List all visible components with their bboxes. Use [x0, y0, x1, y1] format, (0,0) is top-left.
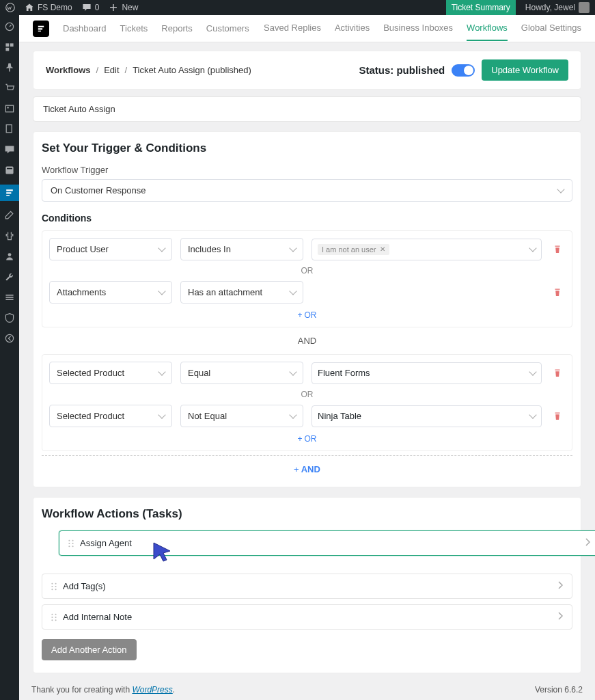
comments-icon[interactable]	[3, 144, 16, 156]
chevron-down-icon	[557, 185, 564, 193]
avatar	[579, 2, 590, 13]
condition-operator-select[interactable]: Equal	[180, 362, 303, 384]
app-logo[interactable]	[33, 21, 49, 37]
condition-operator-select[interactable]: Has an attachment	[180, 281, 303, 304]
shield-icon[interactable]	[3, 312, 16, 324]
condition-field-select[interactable]: Selected Product	[49, 405, 172, 427]
svg-rect-12	[5, 295, 13, 296]
cards-icon[interactable]	[3, 41, 16, 53]
new-label: New	[122, 3, 138, 12]
fluent-support-icon[interactable]	[0, 185, 19, 201]
condition-value-select[interactable]: Fluent Forms	[312, 362, 542, 384]
howdy-text: Howdy, Jewel	[525, 3, 575, 12]
condition-value-select[interactable]: I am not an user✕	[312, 239, 542, 260]
condition-field-select[interactable]: Product User	[49, 238, 172, 260]
collapse-icon[interactable]	[3, 332, 16, 345]
site-name-link[interactable]: FS Demo	[25, 3, 72, 12]
svg-point-30	[51, 616, 53, 617]
wp-logo-icon[interactable]	[5, 3, 15, 12]
svg-point-29	[55, 613, 57, 615]
action-item-assign-agent[interactable]: Assign Agent	[59, 530, 595, 556]
pin-icon[interactable]	[3, 62, 16, 74]
ticket-summary-link[interactable]: Ticket Summary	[446, 0, 516, 15]
svg-point-11	[8, 253, 12, 256]
nav-tickets[interactable]: Tickets	[120, 16, 148, 40]
chevron-down-icon	[158, 287, 165, 295]
comments-link[interactable]: 0	[82, 3, 100, 12]
nav-activities[interactable]: Activities	[335, 16, 370, 41]
chevron-right-icon	[558, 612, 564, 622]
action-item-add-tags[interactable]: Add Tag(s)	[42, 574, 572, 599]
condition-operator-select[interactable]: Not Equal	[180, 405, 303, 427]
svg-rect-13	[5, 297, 13, 298]
breadcrumb-item[interactable]: Edit	[104, 65, 119, 75]
action-item-add-internal-note[interactable]: Add Internal Note	[42, 604, 572, 630]
nav-customers[interactable]: Customers	[206, 16, 249, 40]
add-and-button[interactable]: +AND	[42, 455, 572, 474]
svg-rect-14	[5, 299, 13, 300]
nav-dashboard[interactable]: Dashboard	[63, 16, 107, 40]
app-nav: Dashboard Tickets Reports Customers Save…	[19, 15, 595, 42]
delete-row-button[interactable]	[550, 368, 565, 378]
trigger-select[interactable]: On Customer Response	[42, 179, 572, 202]
svg-rect-10	[7, 168, 12, 170]
chevron-down-icon	[529, 368, 536, 375]
chevron-down-icon	[289, 368, 296, 375]
chevron-down-icon	[158, 244, 165, 252]
pages-icon[interactable]	[3, 123, 16, 135]
nav-workflows[interactable]: Workflows	[467, 16, 508, 41]
tools-icon[interactable]	[3, 271, 16, 283]
svg-point-19	[72, 542, 74, 543]
delete-row-button[interactable]	[550, 245, 565, 254]
header-bar: Workflows / Edit / Ticket Auto Assign (p…	[33, 51, 581, 90]
users-icon[interactable]	[3, 250, 16, 262]
forms-icon[interactable]	[3, 164, 16, 176]
condition-operator-select[interactable]: Includes In	[180, 238, 303, 260]
plugins-icon[interactable]	[3, 230, 16, 242]
drag-handle-icon[interactable]	[51, 582, 57, 591]
condition-field-select[interactable]: Selected Product	[49, 362, 172, 384]
chevron-down-icon	[529, 244, 536, 252]
delete-row-button[interactable]	[550, 412, 565, 421]
tag-remove-icon[interactable]: ✕	[380, 245, 385, 253]
svg-point-28	[51, 613, 53, 615]
nav-saved-replies[interactable]: Saved Replies	[264, 16, 321, 41]
howdy-link[interactable]: Howdy, Jewel	[525, 2, 590, 13]
breadcrumb-item[interactable]: Workflows	[46, 65, 91, 75]
nav-reports[interactable]: Reports	[161, 16, 193, 40]
svg-point-17	[72, 539, 74, 541]
update-workflow-button[interactable]: Update Workflow	[482, 59, 568, 81]
condition-group: Selected Product Equal Fluent Forms OR S…	[42, 354, 572, 451]
nav-global-settings[interactable]: Global Settings	[521, 16, 581, 41]
chevron-down-icon	[529, 411, 536, 418]
workflow-title-input[interactable]: Ticket Auto Assign	[33, 96, 581, 122]
chevron-right-icon	[558, 581, 564, 591]
drag-handle-icon[interactable]	[68, 539, 74, 548]
svg-point-18	[68, 542, 70, 543]
svg-rect-4	[5, 48, 9, 51]
delete-row-button[interactable]	[550, 288, 565, 297]
svg-point-20	[68, 546, 70, 547]
media-icon[interactable]	[3, 103, 16, 115]
wordpress-link[interactable]: WordPress	[132, 685, 172, 695]
action-label: Assign Agent	[80, 538, 132, 548]
new-link[interactable]: New	[109, 3, 138, 12]
drag-handle-icon[interactable]	[51, 613, 57, 621]
svg-point-25	[55, 585, 57, 587]
conditions-title: Conditions	[42, 213, 572, 224]
section-title: Set Your Trigger & Conditions	[42, 142, 572, 155]
condition-field-select[interactable]: Attachments	[49, 281, 172, 304]
breadcrumb-sep: /	[96, 65, 99, 75]
add-another-action-button[interactable]: Add Another Action	[42, 639, 137, 660]
status-toggle[interactable]	[452, 64, 475, 77]
cart-icon[interactable]	[3, 82, 16, 94]
dashboard-icon[interactable]	[3, 21, 16, 33]
condition-value-select[interactable]: Ninja Table	[312, 405, 542, 427]
appearance-icon[interactable]	[3, 209, 16, 221]
action-label: Add Internal Note	[63, 612, 132, 622]
nav-business-inboxes[interactable]: Business Inboxes	[383, 16, 453, 41]
add-or-button[interactable]: +OR	[49, 434, 565, 444]
and-connector: AND	[42, 336, 572, 346]
add-or-button[interactable]: +OR	[49, 310, 565, 320]
settings-icon[interactable]	[3, 291, 16, 304]
